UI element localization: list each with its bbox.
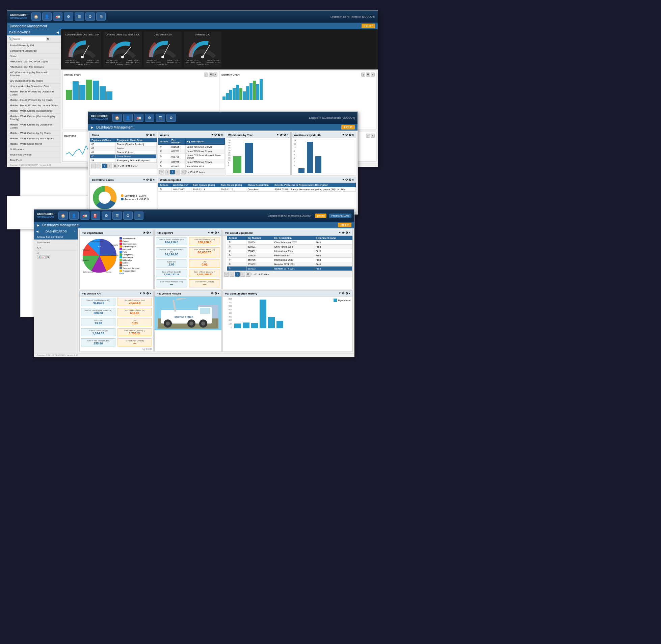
sidebar-item-9[interactable]: Mobile - Hours Worked by Eq Class xyxy=(7,97,61,103)
p4-settings[interactable]: ⚙ xyxy=(146,292,149,295)
p3-truck-icon[interactable]: 🚛 xyxy=(80,211,89,220)
wh-year-filter[interactable]: ▼ xyxy=(277,133,279,137)
asset-action-btn[interactable]: ⚙ xyxy=(158,154,170,160)
home-icon[interactable]: 🏠 xyxy=(31,13,41,21)
p2-prev-btn[interactable]: ⟨ xyxy=(229,272,234,277)
class-settings-btn[interactable]: ⚙ xyxy=(150,133,152,137)
table-row[interactable]: 63Tractor (Crawler Tracked) xyxy=(90,142,157,146)
asset-action-btn[interactable]: ⚙ xyxy=(158,145,170,149)
equip-action-btn[interactable]: ⚙ xyxy=(227,245,246,249)
monthly-icon-2[interactable]: ⊞ xyxy=(366,72,370,76)
p2-settings-icon[interactable]: ⚙ xyxy=(167,114,176,122)
wh-year-close[interactable]: × xyxy=(287,133,288,137)
equip-action-btn[interactable]: ⚙ xyxy=(227,240,246,245)
add-dashboard-btn[interactable]: + xyxy=(74,230,75,233)
p4-close[interactable]: × xyxy=(150,292,151,295)
sidebar-item-kpi[interactable]: KPI xyxy=(34,245,78,251)
equip-action-btn[interactable]: ⚙ xyxy=(227,253,246,258)
sidebar-item-16[interactable]: Mobile - Work Order Trend xyxy=(7,141,61,147)
panel1-help-btn[interactable]: HELP xyxy=(361,24,375,28)
sidebar-item-13[interactable]: Mobile - Work Orders by Downtime Codes xyxy=(7,122,61,131)
sidebar-item-19[interactable]: Total Fuel xyxy=(7,158,61,163)
table-row[interactable]: 60Snow Blower xyxy=(90,155,157,159)
class-page-1[interactable]: 1 xyxy=(102,164,107,168)
sidebar-icon-3[interactable]: ⚙ xyxy=(46,255,50,259)
p1-dept-refresh[interactable]: ⟳ xyxy=(143,231,146,234)
p2-next-btn[interactable]: ⟩ xyxy=(240,272,245,277)
sidebar-search-input[interactable] xyxy=(13,37,46,41)
p2-equip-settings[interactable]: ⚙ xyxy=(345,231,348,234)
monthly-icon-1[interactable]: T xyxy=(361,72,365,76)
sidebar-item-17[interactable]: Notifications xyxy=(7,147,61,152)
p1-dept-settings[interactable]: ⚙ xyxy=(146,231,149,234)
wh-month-refresh[interactable]: ⟳ xyxy=(345,133,348,137)
chart-icon-1[interactable]: T xyxy=(204,72,208,76)
truck-icon[interactable]: 🚛 xyxy=(53,13,63,21)
wc-refresh[interactable]: ⟳ xyxy=(345,178,348,182)
sliders-icon[interactable]: ⊞ xyxy=(96,13,106,21)
p2-equip-close[interactable]: × xyxy=(349,231,350,234)
equip-action-btn[interactable]: ⚙ xyxy=(227,267,246,271)
sidebar-icon-1[interactable]: 📊 xyxy=(37,255,41,259)
sidebar-item-inventories[interactable]: Inventories xyxy=(34,240,78,245)
class-close-btn[interactable]: × xyxy=(153,133,155,137)
sidebar-item-11[interactable]: Mobile - Work Orders (Outstanding) xyxy=(7,108,61,114)
p3-sliders-icon[interactable]: ⊞ xyxy=(134,211,144,220)
wh-month-settings[interactable]: ⚙ xyxy=(349,133,351,137)
class-next-btn[interactable]: ⟩ xyxy=(107,164,112,168)
sidebar-item-10[interactable]: Mobile - Hours Worked by Labour Dates xyxy=(7,103,61,108)
sidebar-item-8[interactable]: Mobile - Hours Worked by Downtime Codes xyxy=(7,89,61,97)
p6-refresh[interactable]: ⟳ xyxy=(342,292,345,295)
wh-month-filter[interactable]: ▼ xyxy=(342,133,345,137)
wh-month-close[interactable]: × xyxy=(352,133,354,137)
monthly-icon-x[interactable]: × xyxy=(371,72,375,76)
sidebar-item-3[interactable]: *Mechanic: Out MO Work Types xyxy=(7,59,61,64)
settings-icon[interactable]: ⚙ xyxy=(85,13,95,21)
downtime-settings[interactable]: ⚙ xyxy=(150,178,152,182)
sidebar-item-annual-fuel[interactable]: Annual fuel combined xyxy=(34,234,78,240)
p6-close[interactable]: × xyxy=(349,292,350,295)
sidebar-item-7[interactable]: Hours worked by Downtime Codes xyxy=(7,84,61,89)
sidebar-item-1[interactable]: Component Measured xyxy=(7,48,61,54)
p3-kpi-close[interactable]: × xyxy=(218,231,219,234)
p3-fuel-icon[interactable]: ⛽ xyxy=(91,211,100,220)
wh-year-refresh[interactable]: ⟳ xyxy=(280,133,283,137)
p2-equip-refresh[interactable]: ⟳ xyxy=(342,231,345,234)
sidebar-item-0[interactable]: End of Warranty PM xyxy=(7,43,61,48)
equip-action-btn[interactable]: ⚙ xyxy=(227,262,246,267)
panel3-help-btn[interactable]: HELP xyxy=(338,223,351,227)
sidebar-item-12[interactable]: Mobile - Work Orders (Outstanding by Pri… xyxy=(7,114,61,122)
assets-settings-btn[interactable]: ⚙ xyxy=(218,133,220,137)
asset-action-btn[interactable]: ⚙ xyxy=(158,164,170,169)
assets-prev-btn[interactable]: ⟨ xyxy=(165,170,170,175)
chart-icon-2[interactable]: ⊞ xyxy=(208,72,213,76)
downtime-close[interactable]: × xyxy=(153,178,155,182)
sidebar-item-15[interactable]: Mobile - Work Orders by Work Types xyxy=(7,136,61,141)
wc-action-btn[interactable]: ⚙ xyxy=(158,187,172,192)
daily-icon-x[interactable]: × xyxy=(371,134,375,138)
panel2-help-btn[interactable]: HELP xyxy=(341,125,355,130)
asset-action-btn[interactable]: ⚙ xyxy=(158,160,170,164)
chart-icon-x[interactable]: × xyxy=(213,72,217,76)
assets-close-btn[interactable]: × xyxy=(221,133,223,137)
p3-tools-icon[interactable]: ⚙ xyxy=(102,211,111,220)
table-row[interactable]: 61Tractor Colored xyxy=(90,151,157,155)
tools-icon[interactable]: ⚙ xyxy=(64,13,73,21)
asset-action-btn[interactable]: ⚙ xyxy=(158,149,170,154)
p3-kpi-settings[interactable]: ⚙ xyxy=(214,231,217,234)
sidebar-item-18[interactable]: Total Fluid by type xyxy=(7,152,61,158)
class-refresh-btn[interactable]: ⟳ xyxy=(146,133,149,137)
assets-next-btn[interactable]: ⟩ xyxy=(176,170,180,175)
list-icon[interactable]: ☰ xyxy=(74,13,84,21)
assets-page-1[interactable]: 1 xyxy=(170,170,175,175)
table-row[interactable]: 58Emergency Service Equipment xyxy=(90,159,157,163)
p2-tools-icon[interactable]: ⚙ xyxy=(145,114,154,122)
p6-filter[interactable]: ▼ xyxy=(338,292,341,295)
downtime-refresh[interactable]: ⟳ xyxy=(146,178,149,182)
sidebar-item-5[interactable]: WO (Outstanding) by Trade with Prioritie… xyxy=(7,70,61,78)
assets-last-btn[interactable]: ⟩⟩ xyxy=(181,170,186,175)
p5-settings[interactable]: ⚙ xyxy=(214,292,217,295)
sidebar-item-6[interactable]: WO (Outstanding) by Trade xyxy=(7,78,61,84)
sidebar-item-14[interactable]: Mobile - Work Orders by Eq Class xyxy=(7,131,61,136)
downtime-filter[interactable]: ▼ xyxy=(143,178,146,182)
